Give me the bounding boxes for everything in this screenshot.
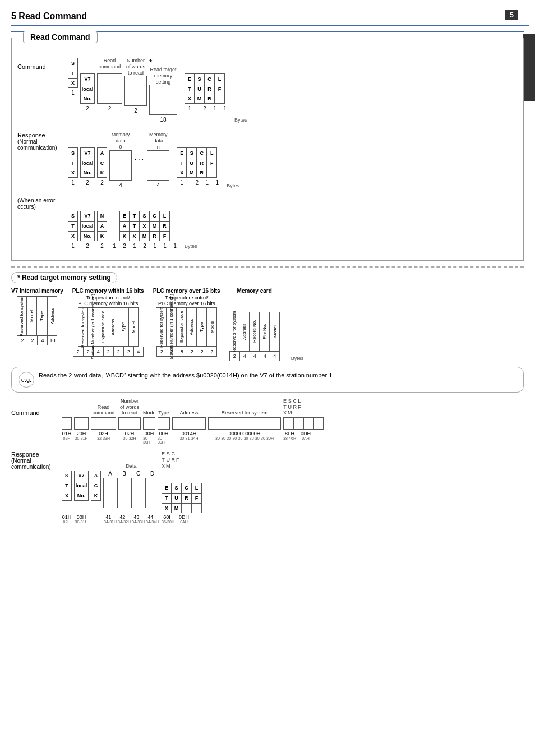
ex-cmd-diagram: Readcommand Numberof wordsto read Model … [62,398,324,444]
re-byte3: 1 [202,179,212,186]
er-ex: X [162,503,172,513]
ex-cmd-hex-codes: 01H 02H 20H 30-31H 02H 32-33H 02H 30-32H [62,431,324,444]
er-c-cell [131,478,145,508]
bytes-label-resp: Bytes [227,183,239,188]
resp-crc-g: C R R [197,147,207,178]
v7-int-bytes: 2 2 4 10 [17,335,57,345]
mc-b5: 4 [270,351,280,361]
rs-cell: S [187,147,197,158]
plc16-type: Type [118,307,128,347]
er-d-cell [145,478,159,508]
x-cell: X [185,94,195,104]
resp-s: S [68,147,78,158]
err-local: local [80,221,95,231]
ex-resp-label: Response [11,451,62,458]
er-escl3: CR [172,451,176,469]
er-etx-cells: E T X S U M C R [162,483,202,513]
ru-cell: U [187,158,197,168]
ex-read-addr: 32-33H [97,436,110,440]
ex-addr-adr: 30-31-34H [179,436,198,440]
rt-badge: * Read target memory setting [11,272,117,283]
err-escl-cells: E A K T T X S X M [119,211,170,241]
plcov-type: Type [197,307,207,347]
ex-cmd-labels: Readcommand Numberof wordsto read Model … [62,398,324,416]
escl-bytes: 1 2 1 1 [179,104,230,112]
v7-b3: 4 [37,335,47,345]
plc-16-bytes: 2 2 4 2 2 2 4 [73,347,144,357]
el-cell: L [160,211,170,221]
ex-type-cell [158,417,170,430]
ex-escl2: SUM [288,398,292,416]
read-cmd-label: Readcommand [99,58,121,73]
er-a-val: 41H [105,514,115,520]
u-cell: U [195,84,205,94]
ex-escl4: LF [298,398,301,416]
v7-internal-col: V7 internal memory Reserved for system M… [11,288,63,345]
err-k: K [97,231,107,241]
ex-escl-lbl-wrap: ETX SUM CR LF [283,398,301,416]
num-words-cell [124,76,147,106]
command-section: Command S T X 1 V7 loc [17,58,518,123]
example-box: e.g. Reads the 2-word data, "ABCD" start… [11,367,524,393]
response-diagram: S T X 1 V7 local No. 2 [68,132,239,188]
es-cell: S [140,211,150,221]
error-label: (When an error occurs) [17,197,68,210]
er-d-hx: 44H 34-34H [145,514,159,524]
rt-cell: T [177,158,187,168]
er-a-adr: 34-31H [104,520,117,524]
plc16-expansion: Expansion code [98,307,108,347]
plcov-b1: 2 [156,347,167,357]
err-s-g: S X M [140,211,150,241]
resp-ack-byte: 2 [100,179,104,186]
er-eu: U [172,493,182,503]
plc-16bit-col: PLC memory within 16 bits Temperature co… [72,288,144,357]
v7-b1: 2 [17,335,27,345]
err-v7-byte: 2 [86,243,89,249]
er-ee: E [162,483,172,493]
main-box: Read Command Command S T X 1 [11,38,524,261]
er-end-val: 0DH [179,514,189,520]
er-es: S [172,483,182,493]
ex-e-cell [283,417,293,430]
mc-b3: 4 [250,351,260,361]
stx-s: S [68,58,78,68]
num-words-label: Numberof wordsto read [126,58,145,76]
resp-mem0-byte: 4 [119,182,122,188]
er-stx-col: S T X [62,471,72,501]
er-crc-g: C R [182,483,192,513]
error-diagram: S T X 1 V7 local No. 2 [68,197,197,249]
plc16-address: Address [108,307,118,347]
er-ef2 [192,503,202,513]
er-etx-col: E T X S U M C R [162,471,202,513]
resp-mem0-col: Memorydata0 4 [109,132,132,188]
er-b-hx: 42H 34-32H [117,514,131,524]
resp-no: No. [80,168,95,178]
re-byte4: 1 [212,179,222,186]
ex-etx-cells [283,417,324,430]
ex-type-hx: 00H 30-30H [158,431,170,444]
resp-v7-col: V7 local No. 2 [80,132,95,186]
er-d-lbl: D [145,471,159,477]
v7-no: No. [80,94,95,104]
rc-cell: C [197,147,207,158]
ex-resp-sub: (Normal communication) [11,458,62,470]
plc16-station: Station Number (in 1 connection) [88,307,98,347]
ex-words-val: 02H [125,431,135,436]
er-etx-g: E T X [162,483,172,513]
empty-cell [215,94,225,104]
rt-header: * Read target memory setting [11,272,524,283]
resp-escl-bytes: 1 2 1 1 [172,178,222,186]
er-d-val: 44H [147,514,157,520]
er-etx-adr: 36-30H [162,520,174,524]
ex-stx-val: 01H [62,431,72,436]
er2-cell: R [160,221,170,231]
example-text: Reads the 2-word data, "ABCD" starting w… [39,372,334,379]
ex-model-addr: 30-30H [143,436,155,444]
er-v7-adr: 30-31H [75,520,88,524]
v7-address: Address [47,296,57,335]
v7-model: Model [27,296,37,335]
response-label: Response [17,132,68,139]
err-escl-col: E A K T T X S X M [109,197,180,249]
plcov-reserved: Reserved for system [156,307,167,347]
ex-addr-cell [172,417,206,430]
